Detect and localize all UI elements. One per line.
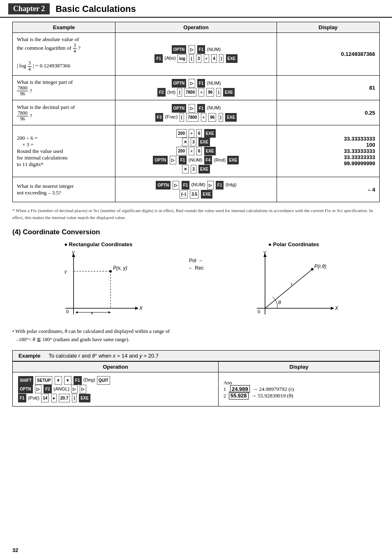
fraction-7800-96: 7800 96 <box>17 85 28 97</box>
rec-arrow: ← Rec <box>188 265 203 271</box>
key-96b: 96 <box>208 113 216 122</box>
conversion-arrows: Pol → ← Rec <box>184 241 208 271</box>
coord-section: Rectangular Coordinates X Y 0 P(x, y) <box>12 241 380 321</box>
example-text-1a: What is the absolute value ofthe common … <box>17 36 79 51</box>
table-row: What is the decimal part of 7800 96 ? OP… <box>13 100 380 125</box>
key-right6c: ▷ <box>80 385 86 393</box>
key-f1-6: F1 <box>182 181 190 189</box>
svg-line-23 <box>265 269 312 308</box>
result-2: 81 <box>369 85 375 91</box>
key-6: 6 <box>196 129 202 138</box>
key-exe4b: EXE <box>198 138 210 146</box>
svg-text:x: x <box>90 310 93 315</box>
svg-marker-14 <box>108 311 111 314</box>
key-label-angl: (ANGL) <box>53 386 69 391</box>
polar-diagram: X Y 0 P(r,θ) r θ <box>249 251 339 321</box>
key-label-int: (Int) <box>167 90 175 95</box>
key-open-paren-2: ( <box>177 88 182 97</box>
key-3b: 3 <box>191 165 196 173</box>
col-header-display: Display <box>277 22 379 33</box>
pol-arrow: Pol → <box>189 258 203 263</box>
svg-text:Y: Y <box>263 251 267 256</box>
key-7800b: 7800 <box>186 113 198 122</box>
bottom-operation-cell: SHIFT SETUP ▼ ▼ F1 (Deg) QUIT OPTN ▷ F2 … <box>13 372 219 407</box>
key-3: 3 <box>191 138 196 146</box>
svg-text:Y: Y <box>71 251 75 256</box>
key-label-deg: (Deg) <box>83 377 95 382</box>
key-96: 96 <box>206 88 214 97</box>
example-cell-2: What is the integer part of 7800 96 ? <box>13 75 115 100</box>
key-optn-4: OPTN <box>153 156 168 164</box>
key-down1: ▼ <box>55 376 62 385</box>
key-exe2: EXE <box>223 88 235 97</box>
fraction-numerator: 3 <box>73 43 77 49</box>
rectangular-diagram: X Y 0 P(x, y) y x <box>53 251 143 321</box>
key-exe4c: EXE <box>204 147 216 155</box>
key-exe4d: EXE <box>227 156 239 164</box>
key-right6b: ▷ <box>71 385 78 393</box>
key-207: 20.7 <box>59 394 70 402</box>
svg-point-9 <box>109 270 112 273</box>
svg-text:P(r,θ): P(r,θ) <box>314 263 326 269</box>
key-optn-6: OPTN <box>18 385 33 393</box>
result-4e: 99.99999999 <box>344 160 375 166</box>
svg-point-24 <box>311 268 314 270</box>
key-close-paren3: ) <box>219 113 223 122</box>
left-arrow-rec: ← <box>188 265 193 271</box>
example-box-label: Example <box>18 353 40 359</box>
chapter-title: Basic Calculations <box>55 4 136 14</box>
key-quit: QUIT <box>97 376 110 385</box>
key-optn-3: OPTN <box>172 104 187 113</box>
table-row: What is the integer part of 7800 96 ? OP… <box>13 75 380 100</box>
key-div1: ÷ <box>204 54 210 63</box>
svg-marker-15 <box>76 311 78 314</box>
pol-label: Pol <box>189 258 196 263</box>
key-optn: OPTN <box>172 45 187 54</box>
bottom-display-cell: Ans 1 24.989 → 24.98979792 (r) 2 55.928 … <box>218 372 379 407</box>
key-right5b: ▷ <box>207 181 214 189</box>
key-right4: ▷ <box>170 156 176 164</box>
result-3: 0.25 <box>365 110 375 116</box>
page-number: 32 <box>12 547 18 553</box>
question-mark: ? <box>78 45 81 51</box>
key-div4b: ÷ <box>189 147 194 155</box>
operation-cell-1: OPTN ▷ F1 (NUM) F1 (Abs) log ( 3 ÷ 4 ) E… <box>115 33 277 76</box>
col-header-example: Example <box>13 22 115 33</box>
op-block-5: OPTN ▷ F1 (NUM) ▷ F1 (Intg) (–) 3.5 EXE <box>120 180 272 199</box>
chapter-badge: Chapter 2 <box>8 3 50 14</box>
right-arrow-pol: → <box>198 258 203 263</box>
key-f3-1: F3 <box>155 113 164 122</box>
key-setup: SETUP <box>35 376 52 385</box>
key-label-abs: (Abs) <box>164 55 175 60</box>
key-right1: ▷ <box>189 45 195 54</box>
main-examples-table: Example Operation Display What is the ab… <box>12 22 380 202</box>
key-div4: ÷ <box>189 129 194 138</box>
example-box-desc: To calculate r and θ° when x = 14 and y … <box>48 353 158 359</box>
display-cell-5: – 4 <box>277 177 379 202</box>
key-xb: ✕ <box>182 165 189 173</box>
key-shift: SHIFT <box>18 376 33 385</box>
result-4a: 33.33333333 <box>344 136 375 142</box>
rec-label: Rec <box>195 265 203 271</box>
key-close-paren1: ) <box>219 54 224 63</box>
op-block-2: OPTN ▷ F1 (NUM) F2 (Int) ( 7800 ÷ 96 ) E… <box>120 79 272 97</box>
bottom-op-block: SHIFT SETUP ▼ ▼ F1 (Deg) QUIT OPTN ▷ F2 … <box>18 376 213 403</box>
example-cell-3: What is the decimal part of 7800 96 ? <box>13 100 115 125</box>
key-exe4a: EXE <box>204 129 216 138</box>
polar-coord-label: Polar Coordinates <box>268 241 319 247</box>
fraction-3-4-b: 3 4 <box>28 60 32 72</box>
key-f1-2: F1 <box>154 54 163 63</box>
key-right6: ▷ <box>35 385 42 393</box>
key-f1-4: F1 <box>197 104 205 113</box>
display-cell-2: 81 <box>277 75 379 100</box>
rect-coord-label: Rectangular Coordinates <box>64 241 132 247</box>
section4-heading: (4) Coordinate Conversion <box>12 228 380 236</box>
bullet-note-text: • With polar coordinates, θ can be calcu… <box>12 328 170 342</box>
bottom-col-operation: Operation <box>13 362 219 372</box>
bottom-table-row: SHIFT SETUP ▼ ▼ F1 (Deg) QUIT OPTN ▷ F2 … <box>13 372 380 407</box>
key-label-intg: (Intg) <box>226 182 237 187</box>
question-mark-2: ? <box>30 88 32 94</box>
result-4c: 33.33333333 <box>344 148 375 154</box>
key-exe1: EXE <box>226 54 238 63</box>
key-log: log <box>178 54 187 63</box>
